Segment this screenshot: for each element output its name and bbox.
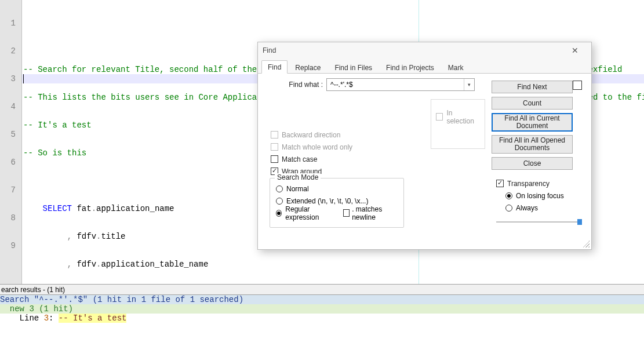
search-mode-normal[interactable]: Normal [276, 183, 398, 194]
find-what-label: Find what : [267, 81, 323, 89]
search-mode-group: Search Mode Normal Extended (\n, \r, \t,… [270, 178, 404, 228]
in-selection-group: In selection [431, 99, 485, 149]
tab-replace[interactable]: Replace [289, 61, 327, 74]
transparency-always[interactable]: Always [505, 202, 582, 213]
line-number: 4 [0, 102, 16, 111]
dialog-tabstrip: Find Replace Find in Files Find in Proje… [258, 59, 591, 74]
text-caret [23, 74, 24, 83]
dialog-title: Find [263, 46, 276, 54]
direction-toggle[interactable] [573, 81, 582, 90]
line-number: 6 [0, 158, 16, 167]
resize-grip-icon[interactable] [583, 241, 590, 247]
line-number: 3 [0, 74, 16, 83]
line-number: 7 [0, 185, 16, 195]
match-case-checkbox[interactable]: Match case [271, 154, 352, 165]
tab-mark[interactable]: Mark [442, 61, 470, 74]
dialog-body: Find what : ▾ Find Next Count Find All i… [258, 74, 591, 249]
tab-find-in-files[interactable]: Find in Files [328, 61, 379, 74]
transparency-group: Transparency On losing focus Always [496, 178, 582, 226]
tab-find-in-projects[interactable]: Find in Projects [380, 61, 441, 74]
line-number-gutter: 1 2 3 4 5 6 7 8 9 [0, 0, 22, 284]
find-all-current-button[interactable]: Find All in Current Document [492, 113, 573, 132]
line-number: 8 [0, 213, 16, 223]
find-all-open-button[interactable]: Find All in All Opened Documents [492, 135, 573, 154]
dialog-button-column: Find Next Count Find All in Current Docu… [492, 81, 573, 170]
find-what-input[interactable] [327, 79, 464, 90]
whole-word-checkbox: Match whole word only [271, 141, 352, 152]
dot-matches-newline-checkbox[interactable]: . matches newline [343, 205, 398, 221]
code-line[interactable]: , fdfv.application_table_name [23, 260, 644, 269]
transparency-checkbox[interactable]: Transparency [496, 178, 582, 189]
find-dialog: Find ✕ Find Replace Find in Files Find i… [257, 42, 592, 250]
search-mode-legend: Search Mode [275, 173, 321, 181]
line-number: 5 [0, 130, 16, 139]
line-number: 2 [0, 46, 16, 56]
count-button[interactable]: Count [492, 97, 573, 110]
code-line[interactable] [23, 287, 644, 297]
search-mode-regex[interactable]: Regular expression . matches newline [276, 207, 398, 218]
close-icon[interactable]: ✕ [563, 46, 587, 55]
search-options: Backward direction Match whole word only… [271, 129, 352, 177]
tab-find[interactable]: Find [261, 60, 288, 74]
transparency-on-losing-focus[interactable]: On losing focus [505, 190, 582, 201]
close-button[interactable]: Close [492, 157, 573, 170]
line-number: 1 [0, 19, 16, 28]
find-next-button[interactable]: Find Next [492, 81, 573, 93]
find-what-row: Find what : ▾ [267, 78, 475, 91]
backward-direction-checkbox: Backward direction [271, 129, 352, 140]
dialog-titlebar[interactable]: Find ✕ [258, 42, 591, 59]
in-selection-checkbox: In selection [436, 111, 480, 122]
find-what-combo[interactable]: ▾ [326, 78, 475, 91]
chevron-down-icon[interactable]: ▾ [464, 79, 474, 90]
line-number: 9 [0, 241, 16, 250]
transparency-slider[interactable] [496, 218, 582, 226]
